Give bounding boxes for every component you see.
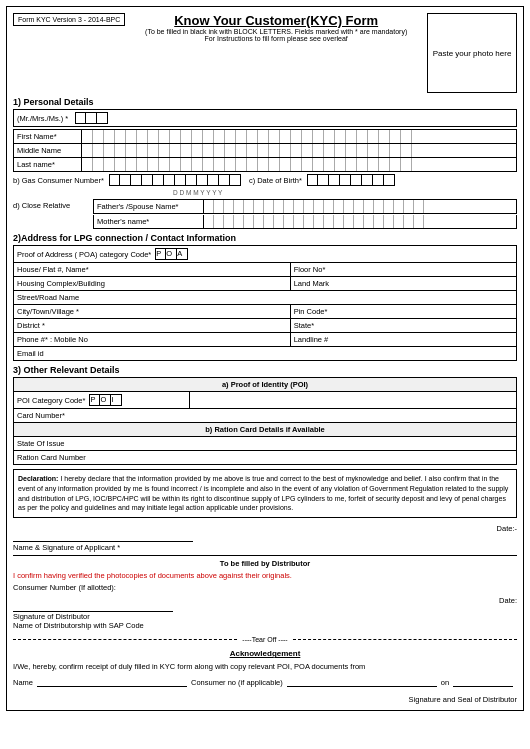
middle-name-cell[interactable] <box>302 144 313 157</box>
middle-name-cell[interactable] <box>390 144 401 157</box>
last-name-cell[interactable] <box>258 158 269 171</box>
last-name-cell[interactable] <box>390 158 401 171</box>
mother-cell[interactable] <box>214 215 224 228</box>
salutation-box-1[interactable] <box>75 112 86 124</box>
father-cell[interactable] <box>334 200 344 213</box>
last-name-cell[interactable] <box>236 158 247 171</box>
first-name-cell[interactable] <box>335 130 346 143</box>
middle-name-cell[interactable] <box>137 144 148 157</box>
last-name-cell[interactable] <box>291 158 302 171</box>
father-cell[interactable] <box>344 200 354 213</box>
last-name-cell[interactable] <box>82 158 93 171</box>
mother-cell[interactable] <box>204 215 214 228</box>
father-cell[interactable] <box>274 200 284 213</box>
dob-y1[interactable] <box>351 174 362 186</box>
father-cell[interactable] <box>234 200 244 213</box>
middle-name-cell[interactable] <box>379 144 390 157</box>
ack-name-field[interactable] <box>37 675 187 687</box>
father-cell[interactable] <box>214 200 224 213</box>
middle-name-cell[interactable] <box>247 144 258 157</box>
dob-y4[interactable] <box>384 174 395 186</box>
father-cell[interactable] <box>284 200 294 213</box>
middle-name-cell[interactable] <box>291 144 302 157</box>
first-name-cell[interactable] <box>280 130 291 143</box>
middle-name-cell[interactable] <box>82 144 93 157</box>
poi-o[interactable]: O <box>100 394 111 406</box>
dob-y3[interactable] <box>373 174 384 186</box>
dob-d1[interactable] <box>307 174 318 186</box>
middle-name-cell[interactable] <box>324 144 335 157</box>
ack-on-field[interactable] <box>453 675 513 687</box>
mother-cell[interactable] <box>364 215 374 228</box>
father-cell[interactable] <box>384 200 394 213</box>
middle-name-cell[interactable] <box>269 144 280 157</box>
first-name-cell[interactable] <box>181 130 192 143</box>
gas-box[interactable] <box>197 174 208 186</box>
first-name-cell[interactable] <box>269 130 280 143</box>
first-name-cell[interactable] <box>324 130 335 143</box>
first-name-cell[interactable] <box>192 130 203 143</box>
first-name-cell[interactable] <box>291 130 302 143</box>
first-name-cell[interactable] <box>379 130 390 143</box>
middle-name-cell[interactable] <box>258 144 269 157</box>
dob-m1[interactable] <box>329 174 340 186</box>
father-cell[interactable] <box>374 200 384 213</box>
father-cell[interactable] <box>394 200 404 213</box>
father-cell[interactable] <box>404 200 414 213</box>
first-name-cell[interactable] <box>368 130 379 143</box>
gas-box[interactable] <box>120 174 131 186</box>
mother-cell[interactable] <box>294 215 304 228</box>
mother-cell[interactable] <box>394 215 404 228</box>
father-cell[interactable] <box>414 200 424 213</box>
last-name-cell[interactable] <box>214 158 225 171</box>
middle-name-cell[interactable] <box>115 144 126 157</box>
father-cell[interactable] <box>314 200 324 213</box>
mother-cell[interactable] <box>324 215 334 228</box>
mother-cell[interactable] <box>244 215 254 228</box>
mother-cell[interactable] <box>354 215 364 228</box>
last-name-cell[interactable] <box>137 158 148 171</box>
first-name-cell[interactable] <box>115 130 126 143</box>
last-name-cell[interactable] <box>401 158 412 171</box>
first-name-cell[interactable] <box>258 130 269 143</box>
middle-name-cell[interactable] <box>159 144 170 157</box>
first-name-cell[interactable] <box>214 130 225 143</box>
middle-name-cell[interactable] <box>170 144 181 157</box>
last-name-cell[interactable] <box>148 158 159 171</box>
poa-o[interactable]: O <box>166 248 177 260</box>
first-name-cell[interactable] <box>148 130 159 143</box>
father-cell[interactable] <box>304 200 314 213</box>
first-name-cell[interactable] <box>390 130 401 143</box>
gas-box[interactable] <box>186 174 197 186</box>
poi-i[interactable]: I <box>111 394 122 406</box>
poa-p[interactable]: P <box>155 248 166 260</box>
mother-cell[interactable] <box>314 215 324 228</box>
mother-cell[interactable] <box>254 215 264 228</box>
dob-y2[interactable] <box>362 174 373 186</box>
last-name-cell[interactable] <box>335 158 346 171</box>
last-name-cell[interactable] <box>115 158 126 171</box>
last-name-cell[interactable] <box>269 158 280 171</box>
mother-cell[interactable] <box>284 215 294 228</box>
dob-m2[interactable] <box>340 174 351 186</box>
first-name-cell[interactable] <box>313 130 324 143</box>
father-cell[interactable] <box>244 200 254 213</box>
middle-name-cell[interactable] <box>346 144 357 157</box>
middle-name-cell[interactable] <box>368 144 379 157</box>
poi-p[interactable]: P <box>89 394 100 406</box>
last-name-cell[interactable] <box>357 158 368 171</box>
last-name-cell[interactable] <box>181 158 192 171</box>
father-cell[interactable] <box>204 200 214 213</box>
last-name-cell[interactable] <box>324 158 335 171</box>
middle-name-cell[interactable] <box>148 144 159 157</box>
first-name-cell[interactable] <box>247 130 258 143</box>
dob-d2[interactable] <box>318 174 329 186</box>
mother-cell[interactable] <box>264 215 274 228</box>
middle-name-cell[interactable] <box>214 144 225 157</box>
father-cell[interactable] <box>254 200 264 213</box>
first-name-cell[interactable] <box>401 130 412 143</box>
first-name-cell[interactable] <box>93 130 104 143</box>
father-cell[interactable] <box>264 200 274 213</box>
first-name-cell[interactable] <box>357 130 368 143</box>
last-name-cell[interactable] <box>247 158 258 171</box>
